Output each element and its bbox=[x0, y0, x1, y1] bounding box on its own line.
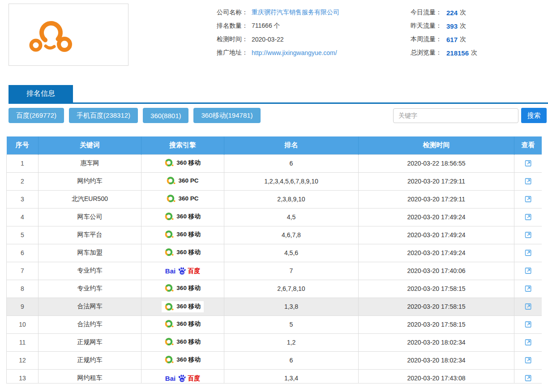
view-button[interactable] bbox=[523, 158, 533, 168]
view-button[interactable] bbox=[523, 248, 533, 258]
view-button[interactable] bbox=[523, 355, 533, 365]
360-engine-icon bbox=[165, 303, 174, 311]
keyword-cell: 网车加盟 bbox=[39, 244, 141, 262]
index-cell: 9 bbox=[7, 298, 39, 315]
engine-cell: 360 移动 bbox=[141, 154, 224, 172]
tab-underline bbox=[9, 102, 548, 104]
view-button[interactable] bbox=[523, 373, 533, 383]
engine-cell: 360 移动 bbox=[141, 226, 224, 244]
external-link-icon bbox=[524, 356, 532, 364]
time-cell: 2020-03-22 18:56:55 bbox=[359, 154, 514, 172]
ranking-table-container: 序号关键词搜索引擎排名检测时间查看 1惠车网360 移动62020-03-22 … bbox=[6, 136, 542, 383]
column-header: 关键词 bbox=[39, 136, 141, 154]
view-button[interactable] bbox=[523, 266, 533, 276]
view-cell bbox=[514, 172, 542, 190]
info-field: 排名数量：711666 个 bbox=[207, 19, 339, 33]
engine-cell: 360 移动 bbox=[141, 280, 224, 298]
external-link-icon bbox=[524, 159, 532, 167]
view-button[interactable] bbox=[523, 212, 533, 222]
external-link-icon bbox=[524, 320, 532, 328]
table-row: 9合法网车360 移动1,3,82020-03-20 17:58:15 bbox=[7, 298, 542, 315]
table-row: 11正规网车360 移动1,22020-03-20 18:02:34 bbox=[7, 333, 542, 351]
engine-cell: 360 PC bbox=[141, 172, 224, 190]
engine-label: 360 移动 bbox=[165, 230, 200, 239]
total-views-value: 218156 bbox=[446, 49, 469, 57]
time-cell: 2020-03-20 17:58:15 bbox=[359, 298, 514, 315]
time-cell: 2020-03-20 17:49:24 bbox=[359, 208, 514, 226]
view-button[interactable] bbox=[523, 230, 533, 240]
engine-cell: 360 PC bbox=[141, 190, 224, 208]
engine-label: Baidu百度 bbox=[165, 374, 200, 382]
360-engine-icon bbox=[165, 230, 174, 239]
view-cell bbox=[514, 369, 542, 383]
rank-cell: 4,6,7,8 bbox=[224, 226, 359, 244]
keyword-cell: 专业约车 bbox=[39, 262, 141, 280]
filter-button-baidu[interactable]: 百度(269772) bbox=[9, 108, 64, 123]
index-cell: 3 bbox=[7, 190, 39, 208]
360-engine-icon bbox=[167, 194, 176, 203]
search-input[interactable] bbox=[393, 108, 518, 123]
engine-cell: 360 移动 bbox=[141, 351, 224, 369]
view-cell bbox=[514, 208, 542, 226]
view-button[interactable] bbox=[523, 302, 533, 311]
rank-cell: 6 bbox=[224, 351, 359, 369]
tab-ranking-info[interactable]: 排名信息 bbox=[9, 85, 73, 102]
table-row: 5网车平台360 移动4,6,7,82020-03-20 17:49:24 bbox=[7, 226, 542, 244]
time-cell: 2020-03-20 17:49:24 bbox=[359, 226, 514, 244]
promo-url-link[interactable]: http://www.jixingwangyue.com/ bbox=[252, 49, 337, 56]
external-link-icon bbox=[524, 374, 532, 382]
company-name-label: 公司名称： bbox=[207, 9, 248, 17]
week-traffic-value: 617 bbox=[446, 36, 458, 43]
engine-360-text: 360 移动 bbox=[176, 160, 200, 166]
column-header: 检测时间 bbox=[359, 136, 514, 154]
time-cell: 2020-03-20 18:02:34 bbox=[359, 333, 514, 351]
time-cell: 2020-03-20 18:02:34 bbox=[359, 351, 514, 369]
filter-button-mobile-baidu[interactable]: 手机百度(238312) bbox=[69, 108, 138, 123]
time-cell: 2020-03-20 17:43:08 bbox=[359, 369, 514, 383]
index-cell: 13 bbox=[7, 369, 39, 383]
table-row: 1惠车网360 移动62020-03-22 18:56:55 bbox=[7, 154, 542, 172]
total-views-label: 总浏览量： bbox=[403, 49, 442, 57]
360-engine-icon bbox=[167, 176, 176, 185]
yesterday-traffic-label: 昨天流量： bbox=[403, 22, 442, 30]
external-link-icon bbox=[524, 177, 532, 185]
engine-cell: 360 移动 bbox=[141, 208, 224, 226]
time-cell: 2020-03-20 17:49:24 bbox=[359, 244, 514, 262]
360-engine-icon bbox=[165, 337, 174, 346]
today-traffic-unit: 次 bbox=[460, 9, 466, 17]
check-date-value: 2020-03-22 bbox=[252, 36, 284, 43]
filter-button-360[interactable]: 360(8801) bbox=[143, 108, 188, 123]
view-button[interactable] bbox=[523, 320, 533, 329]
stat-row: 总浏览量：218156次 bbox=[403, 46, 477, 60]
engine-cell: Baidu百度 bbox=[141, 369, 224, 383]
engine-label: Baidu百度 bbox=[165, 267, 200, 275]
engine-label: 360 移动 bbox=[162, 301, 203, 312]
page: 公司名称：重庆骥荇汽车销售服务有限公司排名数量：711666 个检测时间：202… bbox=[0, 0, 548, 392]
company-name-link[interactable]: 重庆骥荇汽车销售服务有限公司 bbox=[252, 9, 339, 17]
rank-cell: 4,5,6 bbox=[224, 244, 359, 262]
engine-360-text: 360 移动 bbox=[176, 249, 200, 256]
rank-cell: 1,2,3,4,5,6,7,8,9,10 bbox=[224, 172, 359, 190]
column-header: 排名 bbox=[224, 136, 359, 154]
filter-button-360-mobile[interactable]: 360移动(194781) bbox=[193, 108, 260, 123]
baidu-logo-cn: 百度 bbox=[188, 375, 200, 381]
rank-cell: 7 bbox=[224, 262, 359, 280]
view-button[interactable] bbox=[523, 284, 533, 294]
rank-cell: 4,5 bbox=[224, 208, 359, 226]
360-engine-icon bbox=[165, 284, 174, 292]
index-cell: 7 bbox=[7, 262, 39, 280]
promo-url-label: 推广地址： bbox=[207, 49, 248, 57]
table-row: 12正规约车360 移动62020-03-20 18:02:34 bbox=[7, 351, 542, 369]
table-row: 6网车加盟360 移动4,5,62020-03-20 17:49:24 bbox=[7, 244, 542, 262]
column-header: 查看 bbox=[514, 136, 542, 154]
rank-count-value: 711666 个 bbox=[252, 22, 280, 30]
time-cell: 2020-03-20 17:58:15 bbox=[359, 315, 514, 333]
table-row: 2网约约车360 PC1,2,3,4,5,6,7,8,9,102020-03-2… bbox=[7, 172, 542, 190]
info-field: 推广地址：http://www.jixingwangyue.com/ bbox=[207, 46, 339, 60]
search-button[interactable]: 搜索 bbox=[521, 108, 547, 123]
view-button[interactable] bbox=[523, 176, 533, 186]
index-cell: 8 bbox=[7, 280, 39, 298]
baidu-logo-text: Bai bbox=[165, 268, 176, 274]
view-button[interactable] bbox=[523, 337, 533, 347]
view-button[interactable] bbox=[523, 194, 533, 204]
